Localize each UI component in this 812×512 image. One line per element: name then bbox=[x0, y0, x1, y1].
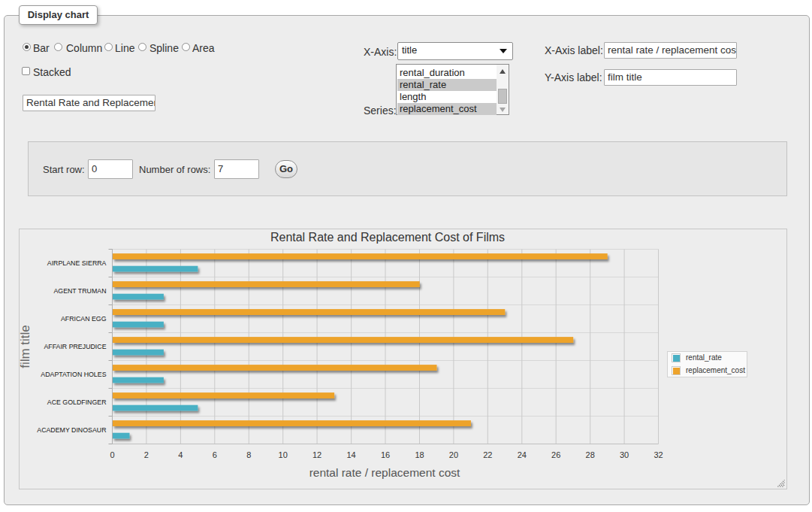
svg-text:AIRPLANE SIERRA: AIRPLANE SIERRA bbox=[47, 259, 107, 267]
svg-text:AFRICAN EGG: AFRICAN EGG bbox=[61, 315, 107, 323]
svg-text:Rental Rate and Replacement Co: Rental Rate and Replacement Cost of Film… bbox=[270, 231, 505, 244]
svg-text:8: 8 bbox=[246, 450, 251, 459]
svg-text:ACE GOLDFINGER: ACE GOLDFINGER bbox=[47, 398, 107, 406]
svg-text:12: 12 bbox=[312, 450, 321, 459]
svg-text:14: 14 bbox=[346, 450, 355, 459]
svg-text:16: 16 bbox=[381, 450, 390, 459]
svg-text:18: 18 bbox=[415, 450, 424, 459]
svg-text:film title: film title bbox=[19, 325, 32, 368]
svg-text:rental rate / replacement cost: rental rate / replacement cost bbox=[309, 466, 460, 479]
svg-text:20: 20 bbox=[449, 450, 458, 459]
svg-text:AGENT TRUMAN: AGENT TRUMAN bbox=[53, 287, 106, 295]
svg-text:32: 32 bbox=[654, 450, 663, 459]
svg-text:ACADEMY DINOSAUR: ACADEMY DINOSAUR bbox=[37, 426, 106, 434]
svg-text:26: 26 bbox=[551, 450, 560, 459]
svg-text:24: 24 bbox=[518, 450, 527, 459]
svg-text:30: 30 bbox=[620, 450, 629, 459]
svg-text:22: 22 bbox=[483, 450, 492, 459]
svg-text:ADAPTATION HOLES: ADAPTATION HOLES bbox=[41, 371, 106, 378]
svg-text:AFFAIR PREJUDICE: AFFAIR PREJUDICE bbox=[44, 343, 106, 350]
svg-text:2: 2 bbox=[144, 450, 149, 459]
svg-text:4: 4 bbox=[178, 450, 183, 459]
svg-text:28: 28 bbox=[586, 450, 595, 459]
svg-text:10: 10 bbox=[279, 450, 288, 459]
svg-text:6: 6 bbox=[213, 450, 217, 459]
svg-text:0: 0 bbox=[110, 450, 114, 459]
